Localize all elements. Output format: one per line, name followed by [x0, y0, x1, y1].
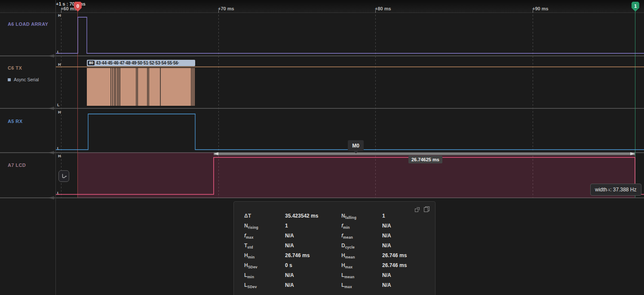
- level-low-label: L: [57, 146, 60, 151]
- measurement-value: N/A: [382, 223, 391, 229]
- copy-measurements-icon[interactable]: [424, 206, 429, 212]
- level-high-label: H: [58, 13, 61, 18]
- measurement-row: HSDev0 sHmax26.746 ms: [234, 262, 435, 272]
- measurement-value: N/A: [285, 243, 294, 249]
- separator-grip-icon: [48, 151, 54, 154]
- measurement-row: ΔT35.423542 msNfalling1: [234, 213, 435, 223]
- measurement-value: 26.746 ms: [285, 252, 310, 258]
- frequency-tooltip: width-1: 37.388 Hz: [590, 184, 641, 196]
- separator-grip-icon: [48, 196, 54, 200]
- measurement-value: N/A: [285, 282, 294, 288]
- timeline-tick-label: +70 ms: [218, 6, 234, 11]
- measurement-label: Dcycle: [341, 243, 355, 249]
- logic-analyzer-app: +1 s : 700 ms +60 ms+70 ms+80 ms+90 ms A…: [0, 0, 644, 295]
- channel-label-c6[interactable]: C6 TX: [8, 65, 22, 71]
- measurement-value: N/A: [382, 282, 391, 288]
- byte-values: 43·44·45·46·47·48·49·50·51·52·53·54·55·5…: [96, 61, 179, 65]
- measurement-label: LSDev: [244, 282, 257, 288]
- trace-a6-load-array: [55, 17, 644, 53]
- channel-separator[interactable]: [0, 152, 644, 153]
- byte-badge: 80: [88, 61, 95, 65]
- measurement-value: N/A: [285, 272, 294, 278]
- channel-separator[interactable]: [0, 108, 644, 109]
- level-high-label: H: [58, 154, 61, 158]
- measurement-row: Nrising1fminN/A: [234, 223, 435, 233]
- measurement-label: Hmax: [341, 262, 353, 268]
- time-gridlines: [61, 15, 533, 197]
- timeline-ruler[interactable]: +1 s : 700 ms +60 ms+70 ms+80 ms+90 ms: [0, 0, 644, 13]
- measurement-label: fmax: [244, 233, 254, 239]
- measurement-value: 0 s: [285, 262, 292, 268]
- trace-a7-lcd: [55, 157, 644, 194]
- level-high-label: H: [58, 110, 61, 114]
- measurement-label: Hmin: [244, 252, 255, 258]
- separator-grip-icon: [48, 107, 54, 110]
- measurement-row: LminN/ALmeanN/A: [234, 272, 435, 282]
- measurement-m0-tooltip[interactable]: M0: [348, 140, 364, 151]
- measurement-value: 35.423542 ms: [285, 213, 318, 219]
- width-value-chip: 26.74625 ms: [408, 156, 442, 163]
- measurement-row: TstdN/ADcycleN/A: [234, 243, 435, 252]
- measurement-label: Tstd: [244, 243, 253, 249]
- serial-decoded-bytes[interactable]: 80 43·44·45·46·47·48·49·50·51·52·53·54·5…: [87, 60, 195, 66]
- measurement-value: 1: [382, 213, 385, 219]
- measurement-row: LSDevN/ALmaxN/A: [234, 282, 435, 292]
- measurement-tool-button[interactable]: [58, 170, 69, 182]
- channel-label-a5[interactable]: A5 RX: [8, 119, 22, 124]
- measurement-value: N/A: [285, 233, 294, 239]
- level-low-label: L: [57, 191, 60, 195]
- sidebar-divider: [55, 0, 56, 295]
- measurement-value: 1: [285, 223, 288, 229]
- measurement-label: Nfalling: [341, 213, 356, 219]
- separator-grip-icon: [48, 54, 54, 58]
- measurements-panel[interactable]: ΔT35.423542 msNfalling1Nrising1fminN/Afm…: [233, 201, 435, 295]
- level-low-label: L: [57, 50, 60, 54]
- measurement-label: Nrising: [244, 223, 258, 229]
- timeline-tick-label: +80 ms: [375, 6, 391, 11]
- measurement-label: fmin: [341, 223, 350, 229]
- level-high-label: H: [58, 62, 61, 67]
- measurement-value: 26.746 ms: [382, 262, 407, 268]
- analyzer-color-icon: [8, 78, 11, 81]
- measurement-value: 26.746 ms: [382, 252, 407, 258]
- measurement-label: Lmin: [244, 272, 254, 278]
- measurement-value: N/A: [382, 272, 391, 278]
- measurement-label: Hmean: [341, 252, 355, 258]
- measurement-label: fmean: [341, 233, 353, 239]
- analyzer-item-async-serial[interactable]: Async Serial: [8, 77, 39, 82]
- level-low-label: L: [57, 103, 60, 107]
- measurement-row: fmaxN/AfmeanN/A: [234, 233, 435, 243]
- timeline-tick-label: +90 ms: [532, 6, 549, 11]
- measurement-label: Lmean: [341, 272, 354, 278]
- pulse-return-icon: [61, 173, 67, 179]
- measurement-label: ΔT: [244, 213, 251, 219]
- channel-separator[interactable]: [0, 55, 644, 56]
- measurement-label: Lmax: [341, 282, 352, 288]
- measurement-value: N/A: [382, 243, 391, 249]
- measurement-row: Hmin26.746 msHmean26.746 ms: [234, 252, 435, 262]
- channel-label-a6[interactable]: A6 LOAD ARRAY: [8, 22, 48, 27]
- measurement-value: N/A: [382, 233, 391, 239]
- channel-label-a7[interactable]: A7 LCD: [8, 163, 26, 168]
- measurement-selection-region: [77, 153, 635, 198]
- serial-data-block: [87, 68, 195, 106]
- measurement-label: HSDev: [244, 262, 258, 268]
- channel-separator[interactable]: [0, 197, 644, 198]
- detach-panel-icon[interactable]: [415, 207, 420, 212]
